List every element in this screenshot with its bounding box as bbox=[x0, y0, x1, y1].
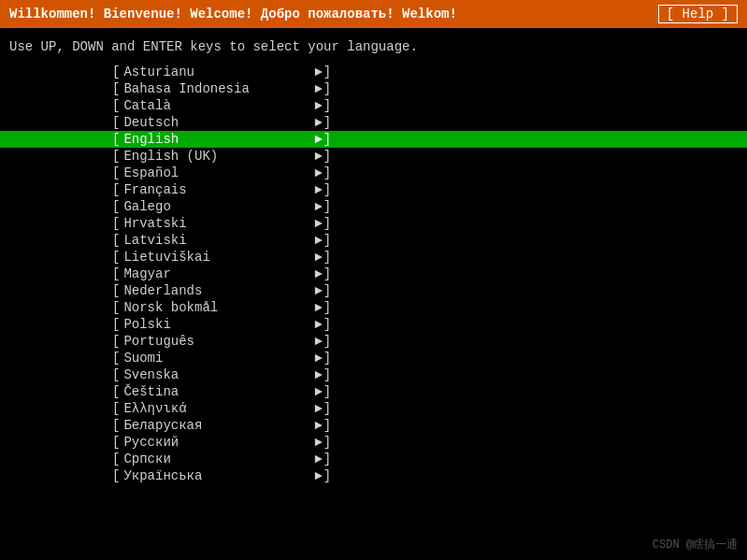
arrow-icon: ► bbox=[314, 98, 322, 113]
list-item[interactable]: [ Polski►] bbox=[0, 316, 747, 333]
arrow-icon: ► bbox=[314, 283, 322, 298]
list-item[interactable]: [ Беларуская►] bbox=[0, 417, 747, 434]
language-name: Čeština bbox=[123, 384, 310, 399]
language-name: Русский bbox=[123, 435, 310, 450]
arrow-icon: ► bbox=[314, 317, 322, 332]
arrow-icon: ► bbox=[314, 199, 322, 214]
bracket-left: [ bbox=[112, 250, 120, 265]
list-item[interactable]: [ Latviski►] bbox=[0, 232, 747, 249]
list-item[interactable]: [ Español►] bbox=[0, 165, 747, 181]
bracket-left: [ bbox=[112, 435, 120, 450]
list-item[interactable]: [ Svenska►] bbox=[0, 366, 747, 383]
bracket-left: [ bbox=[112, 300, 120, 315]
arrow-icon: ► bbox=[314, 334, 322, 349]
list-item[interactable]: [ Français►] bbox=[0, 181, 747, 198]
watermark: CSDN @瞎搞一通 bbox=[653, 537, 738, 553]
bracket-left: [ bbox=[112, 283, 120, 298]
arrow-icon: ► bbox=[314, 384, 322, 399]
list-item[interactable]: [ Deutsch►] bbox=[0, 114, 747, 131]
bracket-right: ] bbox=[323, 334, 331, 349]
list-item[interactable]: [ Русский►] bbox=[0, 434, 747, 451]
bracket-left: [ bbox=[112, 98, 120, 113]
language-name: Ελληνικά bbox=[123, 401, 310, 416]
bracket-left: [ bbox=[112, 149, 120, 164]
bracket-right: ] bbox=[323, 115, 331, 130]
bracket-left: [ bbox=[112, 81, 120, 96]
bracket-left: [ bbox=[112, 199, 120, 214]
list-item[interactable]: [ Lietuviškai►] bbox=[0, 249, 747, 266]
language-name: Suomi bbox=[123, 351, 310, 366]
language-name: English (UK) bbox=[123, 149, 310, 164]
list-item[interactable]: [ Asturianu►] bbox=[0, 64, 747, 80]
language-name: Norsk bokmål bbox=[123, 300, 310, 315]
list-item[interactable]: [ Norsk bokmål►] bbox=[0, 299, 747, 316]
arrow-icon: ► bbox=[314, 367, 322, 382]
list-item[interactable]: [ Català►] bbox=[0, 97, 747, 114]
bracket-left: [ bbox=[112, 334, 120, 349]
arrow-icon: ► bbox=[314, 468, 322, 483]
bracket-right: ] bbox=[323, 384, 331, 399]
arrow-icon: ► bbox=[314, 81, 322, 96]
language-name: Magyar bbox=[123, 266, 310, 281]
bracket-left: [ bbox=[112, 233, 120, 248]
language-name: Српски bbox=[123, 452, 310, 467]
language-name: Galego bbox=[123, 199, 310, 214]
list-item[interactable]: [ Hrvatski►] bbox=[0, 215, 747, 232]
list-item[interactable]: [ English►] bbox=[0, 131, 747, 148]
language-name: Lietuviškai bbox=[123, 250, 310, 265]
arrow-icon: ► bbox=[314, 216, 322, 231]
bracket-right: ] bbox=[323, 199, 331, 214]
bracket-right: ] bbox=[323, 452, 331, 467]
bracket-right: ] bbox=[323, 435, 331, 450]
bracket-left: [ bbox=[112, 266, 120, 281]
bracket-left: [ bbox=[112, 317, 120, 332]
language-name: Deutsch bbox=[123, 115, 310, 130]
bracket-right: ] bbox=[323, 132, 331, 147]
list-item[interactable]: [ Nederlands►] bbox=[0, 282, 747, 299]
bracket-right: ] bbox=[323, 351, 331, 366]
arrow-icon: ► bbox=[314, 165, 322, 180]
arrow-icon: ► bbox=[314, 300, 322, 315]
bracket-left: [ bbox=[112, 367, 120, 382]
language-name: English bbox=[123, 132, 310, 147]
bracket-right: ] bbox=[323, 98, 331, 113]
bracket-right: ] bbox=[323, 317, 331, 332]
list-item[interactable]: [ Magyar►] bbox=[0, 266, 747, 282]
bracket-right: ] bbox=[323, 401, 331, 416]
bracket-right: ] bbox=[323, 149, 331, 164]
bracket-right: ] bbox=[323, 81, 331, 96]
list-item[interactable]: [ Čeština►] bbox=[0, 383, 747, 400]
language-name: Bahasa Indonesia bbox=[123, 81, 310, 96]
arrow-icon: ► bbox=[314, 452, 322, 467]
language-name: Svenska bbox=[123, 367, 310, 382]
bracket-right: ] bbox=[323, 182, 331, 197]
bracket-right: ] bbox=[323, 165, 331, 180]
arrow-icon: ► bbox=[314, 149, 322, 164]
bracket-right: ] bbox=[323, 266, 331, 281]
bracket-left: [ bbox=[112, 132, 120, 147]
bracket-left: [ bbox=[112, 216, 120, 231]
language-name: Català bbox=[123, 98, 310, 113]
arrow-icon: ► bbox=[314, 250, 322, 265]
language-name: Hrvatski bbox=[123, 216, 310, 231]
language-name: Português bbox=[123, 334, 310, 349]
list-item[interactable]: [ Galego►] bbox=[0, 198, 747, 215]
instruction-text: Use UP, DOWN and ENTER keys to select yo… bbox=[0, 28, 747, 64]
bracket-left: [ bbox=[112, 351, 120, 366]
list-item[interactable]: [ Українська►] bbox=[0, 467, 747, 484]
list-item[interactable]: [ Српски►] bbox=[0, 451, 747, 467]
language-name: Latviski bbox=[123, 233, 310, 248]
list-item[interactable]: [ Bahasa Indonesia►] bbox=[0, 80, 747, 97]
bracket-left: [ bbox=[112, 115, 120, 130]
arrow-icon: ► bbox=[314, 351, 322, 366]
bracket-left: [ bbox=[112, 401, 120, 416]
list-item[interactable]: [ Suomi►] bbox=[0, 350, 747, 366]
bracket-left: [ bbox=[112, 452, 120, 467]
list-item[interactable]: [ English (UK)►] bbox=[0, 148, 747, 165]
bracket-left: [ bbox=[112, 468, 120, 483]
help-button[interactable]: [ Help ] bbox=[658, 5, 738, 23]
bracket-right: ] bbox=[323, 283, 331, 298]
list-item[interactable]: [ Português►] bbox=[0, 333, 747, 350]
list-item[interactable]: [ Ελληνικά►] bbox=[0, 400, 747, 417]
language-name: Polski bbox=[123, 317, 310, 332]
